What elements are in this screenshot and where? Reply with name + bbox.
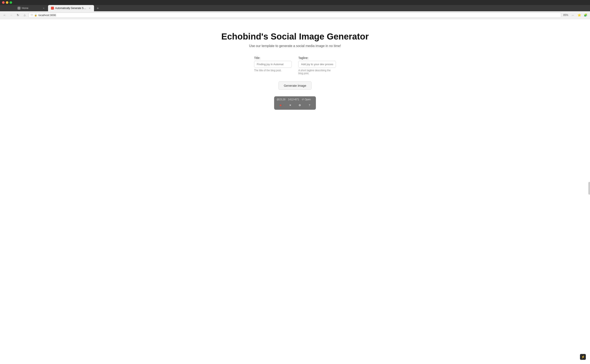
tagline-field-group: Tagline: A short tagline describing the … [298,56,336,75]
open-refresh-icon: ↺ [302,98,304,101]
record-button[interactable]: ● [278,102,284,108]
tab-home-title: Home [22,7,41,10]
reload-button[interactable]: ↻ [15,12,21,18]
traffic-lights [2,1,12,4]
tagline-input[interactable] [298,61,336,68]
address-bar[interactable]: 🛡 🔒 localhost:3000 [28,13,561,18]
security-icon: 🛡 [31,14,33,16]
bookmark-button[interactable]: ⭐ [576,12,582,18]
tabs-bar: Home ✕ Automatically Generate Socia ✕ + [0,5,590,11]
lightning-button[interactable]: ⚡ [580,354,586,360]
title-label: Title: [254,56,292,59]
tab-home[interactable]: Home ✕ [15,5,48,11]
overlay-open[interactable]: ↺ Open [302,98,311,101]
title-bar [0,0,590,5]
help-overlay-button[interactable]: ? [306,102,312,108]
title-input[interactable] [254,61,292,68]
overlay-coords: @23,28 [277,98,285,101]
overlay-actions: ● ✕ ⚙ ? [277,102,313,108]
more-options-button[interactable]: ··· [570,12,576,18]
devtools-overlay: @23,28 1412×871 ↺ Open ● ✕ ⚙ ? [274,96,316,110]
form-area: Title: The title of the blog post. Tagli… [254,56,336,75]
page-subtitle: Use our template to generate a social me… [249,44,341,48]
tab-generator-title: Automatically Generate Socia [55,7,87,10]
tagline-label: Tagline: [298,56,336,59]
nav-bar: ← → ↻ ⌂ 🛡 🔒 localhost:3000 85% ··· ⭐ 🧩 [0,11,590,19]
close-overlay-button[interactable]: ✕ [287,102,293,108]
page-content: Echobind's Social Image Generator Use ou… [0,19,590,364]
settings-overlay-button[interactable]: ⚙ [297,102,303,108]
minimize-window-button[interactable] [6,1,8,4]
address-text: localhost:3000 [39,13,559,17]
back-button[interactable]: ← [2,12,7,18]
forward-button[interactable]: → [8,12,14,18]
maximize-window-button[interactable] [10,1,12,4]
overlay-top-row: @23,28 1412×871 ↺ Open [277,98,313,101]
tab-generator-icon [51,7,54,10]
tagline-hint: A short tagline describing the blog post… [298,69,336,75]
page-title: Echobind's Social Image Generator [221,32,369,42]
tab-generator[interactable]: Automatically Generate Socia ✕ [48,5,94,11]
tab-generator-close[interactable]: ✕ [88,7,91,10]
title-field-group: Title: The title of the blog post. [254,56,292,75]
extensions-button[interactable]: 🧩 [583,12,588,18]
tab-home-close[interactable]: ✕ [42,7,45,10]
lock-icon: 🔒 [34,14,37,17]
tab-home-icon [18,7,20,10]
zoom-level[interactable]: 85% [562,13,570,17]
close-window-button[interactable] [2,1,5,4]
generate-image-button[interactable]: Generate image [279,82,311,90]
browser-chrome: Home ✕ Automatically Generate Socia ✕ + … [0,0,590,19]
home-button[interactable]: ⌂ [22,12,28,18]
overlay-dims: 1412×871 [288,98,299,101]
new-tab-button[interactable]: + [95,6,101,11]
edge-indicator [588,182,590,195]
title-hint: The title of the blog post. [254,69,292,72]
nav-right-controls: 85% ··· ⭐ 🧩 [562,12,588,18]
open-label: Open [305,98,311,101]
